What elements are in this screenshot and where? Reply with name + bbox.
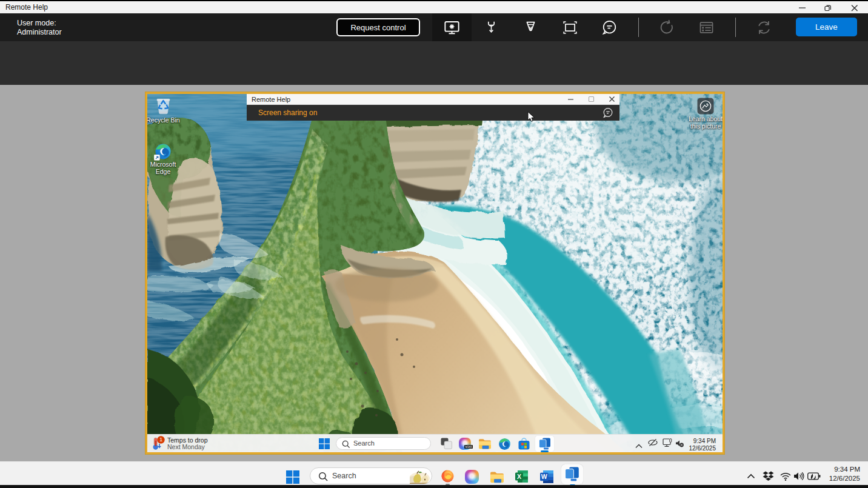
svg-text:X: X (517, 473, 521, 480)
svg-text:1: 1 (159, 436, 162, 443)
svg-text:W: W (541, 473, 547, 480)
